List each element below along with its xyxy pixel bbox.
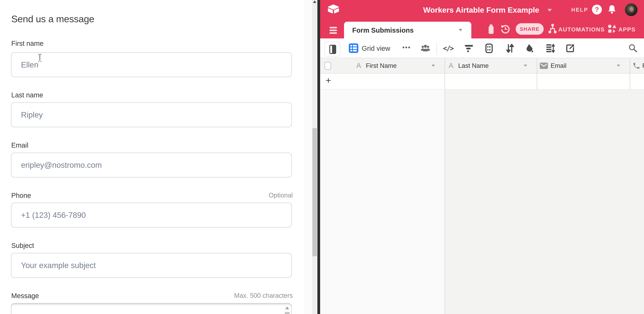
- message-text: Tenetur optio quaerat expedita vera et i…: [21, 312, 248, 314]
- column-divider: [630, 58, 630, 90]
- first-name-label: First name: [11, 40, 44, 47]
- textarea-scrollbar[interactable]: [284, 304, 290, 314]
- scrollbar-thumb[interactable]: [312, 128, 317, 256]
- subject-label: Subject: [11, 242, 34, 249]
- sidebar-menu-icon[interactable]: [330, 27, 337, 34]
- phone-optional-note: Optional: [268, 192, 293, 199]
- message-textarea[interactable]: Tenetur optio quaerat expedita vera et i…: [11, 303, 292, 314]
- hide-fields-button[interactable]: </>: [443, 44, 453, 53]
- column-header-email[interactable]: Email: [537, 58, 630, 73]
- email-field-icon: [540, 63, 548, 69]
- textarea-scroll-thumb[interactable]: [285, 312, 290, 314]
- trash-icon[interactable]: [487, 25, 495, 34]
- apps-icon[interactable]: [608, 24, 617, 34]
- sort-button[interactable]: [505, 44, 515, 53]
- scroll-up-arrow-icon[interactable]: [285, 307, 289, 309]
- automations-button[interactable]: AUTOMATIONS: [558, 26, 605, 33]
- message-maxchars-note: Max. 500 characters: [234, 292, 293, 299]
- view-options-button[interactable]: •••: [402, 44, 411, 51]
- column-caret-icon: [432, 65, 435, 67]
- page-gutter: [304, 0, 312, 314]
- color-button[interactable]: [524, 44, 534, 53]
- search-icon[interactable]: [628, 44, 637, 53]
- last-name-input[interactable]: [11, 102, 292, 127]
- window-divider: [318, 0, 320, 314]
- share-view-button[interactable]: [565, 44, 575, 53]
- column-header-last-name[interactable]: A Last Name: [444, 58, 537, 73]
- phone-label: Phone: [11, 192, 31, 199]
- subject-input[interactable]: [11, 253, 292, 278]
- last-name-label: Last name: [11, 91, 43, 99]
- scrollbar-up-arrow-icon[interactable]: [313, 1, 316, 3]
- notifications-bell-icon[interactable]: [607, 5, 617, 15]
- table-tab-label: Form Submissions: [352, 27, 414, 34]
- apps-button[interactable]: APPS: [618, 26, 636, 33]
- row-height-button[interactable]: [546, 44, 555, 53]
- grid-view-icon: [349, 43, 358, 53]
- airtable-topbar: Workers Airtable Form Example HELP ?: [320, 0, 644, 19]
- form-heading: Send us a message: [11, 13, 94, 25]
- phone-input[interactable]: [11, 203, 292, 227]
- email-label: Email: [11, 141, 28, 149]
- airtable-logo-icon[interactable]: [327, 4, 340, 14]
- email-input[interactable]: [11, 153, 292, 177]
- contact-form-pane: Send us a message First name Last name E…: [0, 0, 304, 314]
- help-button[interactable]: HELP: [571, 7, 588, 13]
- column-header-first-name[interactable]: A First Name: [320, 58, 444, 73]
- column-divider: [444, 58, 445, 314]
- view-toolbar: Grid view ••• </>: [320, 39, 644, 58]
- share-button[interactable]: SHARE: [516, 23, 544, 35]
- window-scrollbar[interactable]: [312, 0, 318, 314]
- grid-body-first-column: [320, 90, 444, 314]
- panel-icon: [329, 45, 336, 54]
- toolbar-divider: [436, 43, 437, 55]
- view-sidebar-toggle-button[interactable]: [324, 42, 340, 57]
- column-divider: [537, 58, 537, 90]
- screen: Send us a message First name Last name E…: [0, 0, 644, 314]
- help-question-icon[interactable]: ?: [592, 5, 602, 15]
- table-tab-caret-icon: [459, 29, 462, 31]
- column-caret-icon: [524, 65, 527, 67]
- tab-form-submissions[interactable]: Form Submissions: [344, 22, 471, 39]
- history-icon[interactable]: [501, 25, 510, 34]
- first-name-input[interactable]: [11, 52, 292, 77]
- message-label: Message: [11, 292, 39, 300]
- view-switcher[interactable]: Grid view: [362, 45, 390, 52]
- text-cursor-icon: [38, 54, 42, 61]
- automations-icon[interactable]: [548, 24, 557, 34]
- user-avatar[interactable]: [625, 4, 638, 16]
- airtable-pane: Workers Airtable Form Example HELP ? For…: [320, 0, 644, 314]
- collaborators-icon[interactable]: [420, 44, 430, 53]
- base-title[interactable]: Workers Airtable Form Example: [423, 6, 539, 15]
- base-title-caret-icon: [548, 9, 552, 12]
- add-row[interactable]: +: [320, 74, 644, 90]
- airtable-tabbar: Form Submissions SHARE: [320, 19, 644, 39]
- group-button[interactable]: [484, 44, 494, 53]
- filter-button[interactable]: [464, 44, 474, 53]
- text-field-icon: A: [356, 62, 361, 70]
- text-field-icon: A: [448, 62, 454, 70]
- grid-header-row: A First Name A Last Name Email: [320, 58, 644, 74]
- column-header-phone[interactable]: P: [630, 58, 644, 73]
- column-caret-icon: [617, 65, 620, 67]
- add-row-plus-icon: +: [326, 75, 331, 86]
- phone-field-icon: [632, 62, 640, 70]
